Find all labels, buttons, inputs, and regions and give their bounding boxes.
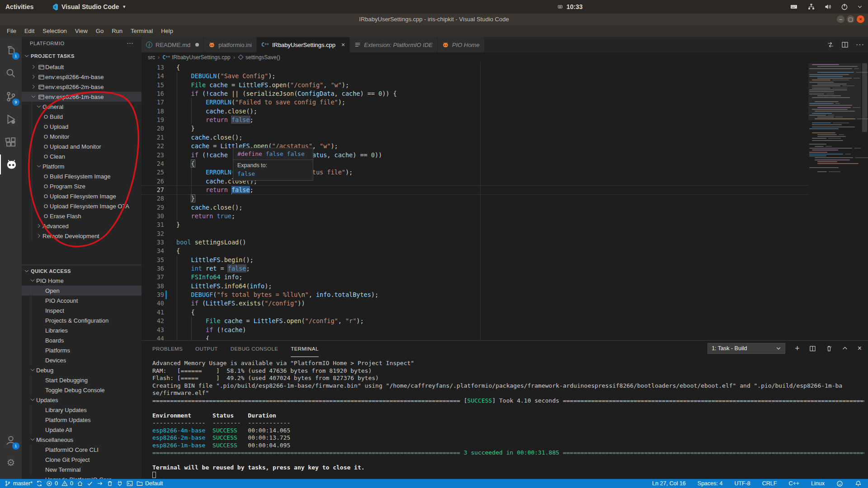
status-remote-name[interactable]: Linux [811,479,825,488]
status-pio-serial-monitor[interactable] [117,479,123,488]
power-icon[interactable] [841,3,848,10]
activity-run-debug-icon[interactable] [0,109,22,129]
window-maximize-button[interactable]: ▢ [847,15,854,23]
tree-item-debug[interactable]: Debug [22,365,142,375]
status-cursor-position[interactable]: Ln 27, Col 16 [652,479,685,488]
tab-irbabyusersettings-cpp[interactable]: C++ IRbabyUserSettings.cpp × [257,37,350,52]
terminal-picker-dropdown[interactable]: 1: Task - Build [708,343,785,354]
menu-edit[interactable]: Edit [20,25,38,37]
breadcrumb[interactable]: src› C++ IRbabyUserSettings.cpp› setting… [142,52,808,62]
status-git-branch[interactable]: master* [5,479,33,488]
panel-tab-output[interactable]: OUTPUT [195,341,218,357]
status-pio-new-terminal[interactable] [127,479,133,488]
tree-item-inspect[interactable]: Inspect [22,305,142,315]
menu-go[interactable]: Go [92,25,108,37]
status-language-mode[interactable]: C++ [788,479,799,488]
split-editor-icon[interactable] [841,41,849,48]
activity-source-control-icon[interactable]: 9 [0,87,22,107]
menu-file[interactable]: File [3,25,20,37]
tab-platformio-ini[interactable]: platformio.ini [204,37,257,52]
tree-item-upload-filesystem-image-ota[interactable]: Upload Filesystem Image OTA [22,201,142,211]
tree-item-upgrade-platformio-core[interactable]: Upgrade PlatformIO Core [22,474,142,479]
panel-tab-debug-console[interactable]: DEBUG CONSOLE [231,341,278,357]
activity-files-icon[interactable]: 1 [0,41,22,61]
tree-item-upload[interactable]: Upload [22,122,142,131]
status-notifications[interactable] [855,479,862,488]
volume-icon[interactable] [824,3,832,10]
tree-item-clean[interactable]: Clean [22,151,142,161]
tree-item-platformio-core-cli[interactable]: PlatformIO Core CLI [22,445,142,455]
status-eol[interactable]: CRLF [762,479,777,488]
activity-settings-gear-icon[interactable]: ⚙ [0,452,22,472]
menu-help[interactable]: Help [157,25,177,37]
tree-item-new-terminal[interactable]: New Terminal [22,465,142,474]
compare-changes-icon[interactable] [827,41,834,48]
tree-item-platforms[interactable]: Platforms [22,345,142,355]
panel-tab-terminal[interactable]: TERMINAL [291,341,318,357]
status-pio-build[interactable] [87,479,93,488]
tab-pio-home[interactable]: PIO Home [438,37,485,52]
status-pio-upload[interactable] [97,479,103,488]
minimap[interactable] [808,62,861,340]
terminal-output[interactable]: Advanced Memory Usage is available via "… [152,360,864,478]
tree-item-general[interactable]: General [22,102,142,112]
menu-run[interactable]: Run [108,25,127,37]
window-minimize-button[interactable]: – [837,15,844,23]
tree-item-boards[interactable]: Boards [22,335,142,345]
tree-item-devices[interactable]: Devices [22,355,142,365]
status-feedback[interactable] [836,479,843,488]
chevron-down-icon[interactable] [857,4,863,9]
split-terminal-icon[interactable] [809,345,816,352]
tree-item-env-esp8266-4m-base[interactable]: env:esp8266-4m-base [22,72,142,82]
tree-item-build-filesystem-image[interactable]: Build Filesystem Image [22,171,142,181]
tree-item-erase-flash[interactable]: Erase Flash [22,211,142,221]
tree-item-upload-and-monitor[interactable]: Upload and Monitor [22,141,142,151]
tree-item-miscellaneous[interactable]: Miscellaneous [22,435,142,445]
sidebar-more-actions-button[interactable]: ··· [127,39,133,47]
tree-item-toggle-debug-console[interactable]: Toggle Debug Console [22,385,142,395]
status-warnings[interactable]: 0 [61,479,73,488]
tree-item-libraries[interactable]: Libraries [22,325,142,335]
editor-scrollbar[interactable] [862,62,868,340]
breadcrumb-item[interactable]: IRbabyUserSettings.cpp [172,54,230,61]
tree-item-platform-updates[interactable]: Platform Updates [22,415,142,425]
activity-platformio-icon[interactable] [0,155,22,174]
tree-item-env-esp8266-1m-base[interactable]: env:esp8266-1m-base [22,92,142,102]
panel-tab-problems[interactable]: PROBLEMS [152,341,183,357]
close-tab-icon[interactable]: × [341,41,345,48]
breadcrumb-item[interactable]: src [148,54,155,61]
tree-item-start-debugging[interactable]: Start Debugging [22,375,142,385]
tab-extension-platformio-ide[interactable]: Extension: PlatformIO IDE [350,37,438,52]
activity-search-icon[interactable] [0,63,22,83]
status-sync[interactable] [36,479,42,488]
tree-item-library-updates[interactable]: Library Updates [22,405,142,415]
status-pio-clean[interactable] [107,479,113,488]
tree-item-remote-development[interactable]: Remote Development [22,231,142,241]
code-editor[interactable]: 1314151617181920212223242526272829303132… [142,62,808,340]
menu-selection[interactable]: Selection [38,25,71,37]
status-encoding[interactable]: UTF-8 [734,479,750,488]
tree-item-default[interactable]: Default [22,62,142,72]
tree-item-monitor[interactable]: Monitor [22,131,142,141]
keyboard-icon[interactable] [789,3,798,10]
tree-item-pio-home[interactable]: PIO Home [22,276,142,286]
tree-item-clone-git-project[interactable]: Clone Git Project [22,455,142,465]
tree-item-advanced[interactable]: Advanced [22,221,142,231]
tree-item-env-esp8266-2m-base[interactable]: env:esp8266-2m-base [22,82,142,92]
activity-account-icon[interactable]: 1 [0,431,22,450]
menu-terminal[interactable]: Terminal [127,25,157,37]
more-actions-icon[interactable]: ··· [856,41,864,49]
section-quick-access[interactable]: QUICK ACCESS [22,266,142,276]
activity-extensions-icon[interactable] [0,133,22,153]
activities-button[interactable]: Activities [5,0,33,14]
app-menu-button[interactable]: Visual Studio Code ▼ [51,0,126,14]
kill-terminal-icon[interactable] [826,345,832,352]
tree-item-updates[interactable]: Updates [22,395,142,405]
tab-readme-md[interactable]: i README.md [142,37,204,52]
breadcrumb-item[interactable]: settingsSave() [245,54,280,61]
maximize-panel-icon[interactable] [842,345,848,352]
status-pio-home[interactable] [77,479,83,488]
status-indentation[interactable]: Spaces: 4 [698,479,723,488]
tree-item-platform[interactable]: Platform [22,161,142,171]
tree-item-open[interactable]: Open [22,286,142,296]
